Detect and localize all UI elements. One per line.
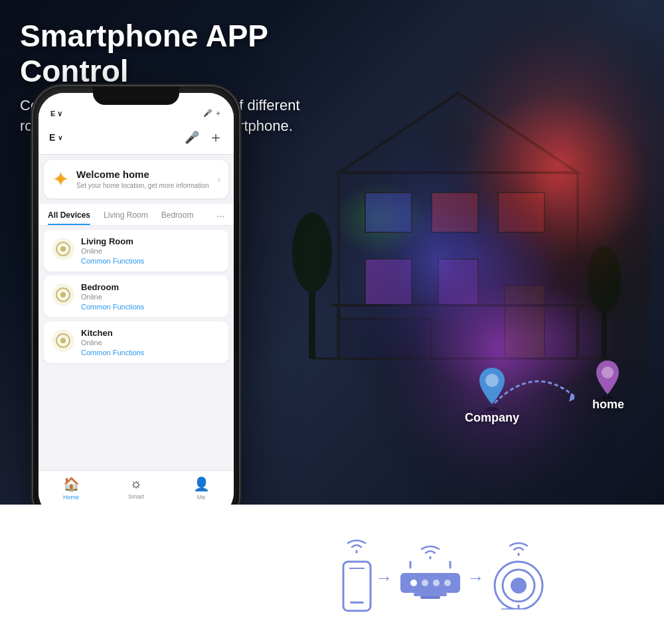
svg-rect-6 <box>438 259 478 305</box>
device-item-bedroom[interactable]: Bedroom Online Common Functions <box>44 276 228 317</box>
map-path-svg <box>495 370 574 406</box>
welcome-text: Welcome home Set your home location, get… <box>76 169 210 190</box>
welcome-subtitle: Set your home location, get more informa… <box>76 181 210 190</box>
svg-marker-22 <box>569 393 574 402</box>
iot-target-item <box>489 539 548 609</box>
device-icon-inner-2 <box>56 287 70 302</box>
svg-point-33 <box>433 580 440 586</box>
hero-title: Smartphone APP Control <box>20 19 352 89</box>
svg-rect-4 <box>498 193 544 232</box>
tab-all-devices[interactable]: All Devices <box>48 210 90 225</box>
status-left: E ∨ <box>50 110 62 118</box>
svg-rect-30 <box>400 573 460 593</box>
svg-point-39 <box>511 578 527 594</box>
tabs-more-icon[interactable]: ··· <box>216 210 224 225</box>
microphone-icon[interactable]: 🎤 <box>185 130 199 145</box>
device-icon-dot-2 <box>60 292 66 297</box>
iot-phone-item <box>342 536 372 612</box>
device-icon-living-room <box>52 238 74 260</box>
device-status-living-room: Online <box>81 247 220 255</box>
map-overlay: Company home <box>438 339 624 425</box>
chevron-down-icon: ∨ <box>58 134 62 141</box>
svg-rect-3 <box>432 193 478 232</box>
device-icon-bedroom <box>52 283 74 306</box>
device-info-kitchen: Kitchen Online Common Functions <box>81 328 220 357</box>
welcome-arrow-icon: › <box>217 174 220 185</box>
smart-nav-icon: ☼ <box>130 476 142 491</box>
device-icon-kitchen <box>52 329 74 352</box>
svg-rect-2 <box>365 193 412 232</box>
svg-point-13 <box>292 212 332 292</box>
device-status-bedroom: Online <box>81 293 220 301</box>
tab-bedroom[interactable]: Bedroom <box>161 210 194 225</box>
header-left: E ∨ <box>49 132 62 143</box>
device-icon-inner-3 <box>56 333 70 348</box>
header-icons: 🎤 ＋ <box>185 127 223 147</box>
svg-rect-11 <box>339 319 432 359</box>
iot-phone-svg <box>342 560 372 612</box>
phone-notch <box>93 86 179 105</box>
svg-rect-5 <box>365 259 412 305</box>
status-right: 🎤 ＋ <box>203 108 222 118</box>
device-info-bedroom: Bedroom Online Common Functions <box>81 282 220 311</box>
iot-diagram: → <box>342 536 548 612</box>
svg-point-34 <box>444 580 451 586</box>
add-icon[interactable]: ＋ <box>208 127 223 147</box>
device-name-living-room: Living Room <box>81 236 220 246</box>
iot-router-item <box>397 542 463 606</box>
device-icon-dot-3 <box>60 338 66 343</box>
svg-point-31 <box>410 580 417 586</box>
device-icon-dot <box>60 246 66 252</box>
company-label: Company <box>465 411 519 425</box>
nav-home[interactable]: 🏠 Home <box>39 476 104 501</box>
wifi-svg-router-left <box>417 542 444 561</box>
svg-point-15 <box>588 246 621 312</box>
phone-outer-shell: E ∨ 🎤 ＋ E ∨ 🎤 ＋ ✦ <box>33 86 239 505</box>
home-nav-icon: 🏠 <box>63 476 80 492</box>
svg-point-32 <box>422 580 428 586</box>
arrow-2-icon: → <box>467 568 485 588</box>
phone-mockup: E ∨ 🎤 ＋ E ∨ 🎤 ＋ ✦ <box>33 86 239 505</box>
device-list: Living Room Online Common Functions <box>39 226 234 371</box>
svg-rect-36 <box>420 596 440 599</box>
bottom-section: → <box>0 505 664 644</box>
device-item-kitchen[interactable]: Kitchen Online Common Functions <box>44 321 228 363</box>
device-item-living-room[interactable]: Living Room Online Common Functions <box>44 230 228 272</box>
tab-living-room[interactable]: Living Room <box>104 210 148 225</box>
svg-point-24 <box>602 366 614 378</box>
nav-me-label: Me <box>197 494 206 501</box>
arrow-1-icon: → <box>376 568 393 588</box>
iot-target-svg <box>489 558 548 609</box>
bottom-nav: 🏠 Home ☼ Smart 👤 Me <box>39 470 234 505</box>
device-functions-bedroom[interactable]: Common Functions <box>81 303 220 311</box>
svg-marker-0 <box>339 93 578 173</box>
top-section: Smartphone APP Control Control the color… <box>0 0 664 505</box>
nav-smart-label: Smart <box>128 493 144 500</box>
device-tabs: All Devices Living Room Bedroom ··· <box>39 204 234 226</box>
welcome-title: Welcome home <box>76 169 210 180</box>
phone-wifi-icon <box>343 536 370 555</box>
svg-rect-27 <box>350 602 364 604</box>
device-functions-living-room[interactable]: Common Functions <box>81 257 220 265</box>
home-label: home <box>592 398 624 412</box>
header-menu-label: E <box>49 132 55 143</box>
nav-me[interactable]: 👤 Me <box>169 476 234 501</box>
welcome-banner[interactable]: ✦ Welcome home Set your home location, g… <box>44 160 228 199</box>
home-pin: home <box>592 358 624 412</box>
svg-rect-35 <box>414 593 447 596</box>
device-functions-kitchen[interactable]: Common Functions <box>81 349 220 357</box>
svg-rect-14 <box>309 292 315 359</box>
device-icon-inner <box>56 242 70 256</box>
sun-icon: ✦ <box>52 167 70 192</box>
phone-screen: E ∨ 🎤 ＋ E ∨ 🎤 ＋ ✦ <box>39 93 234 505</box>
device-name-bedroom: Bedroom <box>81 282 220 292</box>
nav-home-label: Home <box>63 494 79 501</box>
device-status-kitchen: Online <box>81 339 220 347</box>
nav-smart[interactable]: ☼ Smart <box>104 476 169 500</box>
home-pin-svg <box>593 358 623 399</box>
iot-router-svg <box>397 561 463 606</box>
me-nav-icon: 👤 <box>193 476 210 492</box>
app-header: E ∨ 🎤 ＋ <box>39 122 234 155</box>
device-name-kitchen: Kitchen <box>81 328 220 338</box>
wifi-svg-target <box>505 539 532 558</box>
